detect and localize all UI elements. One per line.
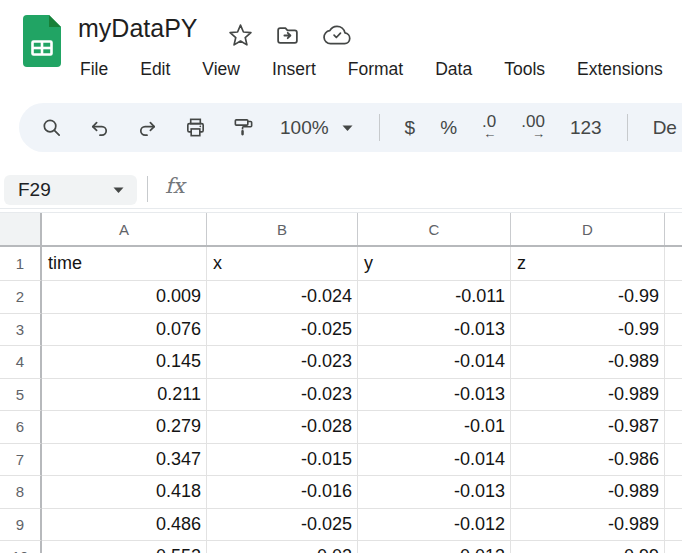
cell-D5[interactable]: -0.989: [511, 379, 665, 412]
menu-view[interactable]: View: [186, 56, 256, 83]
cell-C2[interactable]: -0.011: [358, 281, 511, 314]
sheets-logo-icon[interactable]: [23, 15, 61, 67]
cell-E1[interactable]: [665, 247, 682, 281]
cell-A3[interactable]: 0.076: [42, 314, 207, 347]
decrease-decimal-button[interactable]: .0 ←: [482, 114, 496, 141]
cell-B2[interactable]: -0.024: [207, 281, 358, 314]
cell-E9[interactable]: [665, 509, 682, 542]
format-currency-button[interactable]: $: [405, 117, 416, 139]
cell-C9[interactable]: -0.012: [358, 509, 511, 542]
row-header-1[interactable]: 1: [0, 247, 42, 281]
cell-D3[interactable]: -0.99: [511, 314, 665, 347]
cell-A5[interactable]: 0.211: [42, 379, 207, 412]
font-family-selector[interactable]: De: [653, 117, 677, 139]
cell-C1[interactable]: y: [358, 247, 511, 281]
cell-C5[interactable]: -0.013: [358, 379, 511, 412]
toolbar: 100% $ % .0 ← .00 → 123 De: [19, 103, 682, 152]
cell-A4[interactable]: 0.145: [42, 346, 207, 379]
cell-D10[interactable]: -0.99: [511, 541, 665, 553]
row-header-2[interactable]: 2: [0, 281, 42, 314]
cell-B7[interactable]: -0.015: [207, 444, 358, 477]
cell-E3[interactable]: [665, 314, 682, 347]
search-icon[interactable]: [40, 116, 63, 139]
row-header-7[interactable]: 7: [0, 444, 42, 477]
cell-B3[interactable]: -0.025: [207, 314, 358, 347]
cell-B1[interactable]: x: [207, 247, 358, 281]
menu-file[interactable]: File: [64, 56, 124, 83]
row-header-8[interactable]: 8: [0, 476, 42, 509]
column-header-B[interactable]: B: [207, 213, 358, 245]
cell-A10[interactable]: 0.552: [42, 541, 207, 553]
cell-E2[interactable]: [665, 281, 682, 314]
row-header-3[interactable]: 3: [0, 314, 42, 347]
menu-edit[interactable]: Edit: [124, 56, 186, 83]
name-box-value: F29: [4, 179, 112, 201]
undo-icon[interactable]: [88, 116, 111, 139]
cell-B10[interactable]: -0.02: [207, 541, 358, 553]
cell-B9[interactable]: -0.025: [207, 509, 358, 542]
row-header-9[interactable]: 9: [0, 509, 42, 542]
row-header-10[interactable]: 10: [0, 541, 42, 553]
cell-E10[interactable]: [665, 541, 682, 553]
cell-C7[interactable]: -0.014: [358, 444, 511, 477]
document-title[interactable]: myDataPY: [78, 14, 197, 43]
cell-D1[interactable]: z: [511, 247, 665, 281]
column-header-C[interactable]: C: [358, 213, 511, 245]
cell-A1[interactable]: time: [42, 247, 207, 281]
name-box[interactable]: F29: [4, 175, 137, 205]
cell-A9[interactable]: 0.486: [42, 509, 207, 542]
fx-icon[interactable]: fx: [165, 174, 185, 198]
cell-D9[interactable]: -0.989: [511, 509, 665, 542]
cell-C8[interactable]: -0.013: [358, 476, 511, 509]
menu-insert[interactable]: Insert: [256, 56, 332, 83]
increase-decimal-button[interactable]: .00 →: [521, 114, 545, 141]
redo-icon[interactable]: [136, 116, 159, 139]
cell-A7[interactable]: 0.347: [42, 444, 207, 477]
cell-A6[interactable]: 0.279: [42, 411, 207, 444]
cell-D7[interactable]: -0.986: [511, 444, 665, 477]
star-icon[interactable]: [228, 23, 253, 48]
toolbar-separator: [379, 114, 380, 141]
paint-format-icon[interactable]: [232, 116, 255, 139]
sheet-row-5: 50.211-0.023-0.013-0.989: [0, 379, 682, 412]
cell-E7[interactable]: [665, 444, 682, 477]
column-header-E-partial[interactable]: [665, 213, 682, 245]
cell-A2[interactable]: 0.009: [42, 281, 207, 314]
cell-E6[interactable]: [665, 411, 682, 444]
number-format-button[interactable]: 123: [570, 117, 602, 139]
menu-extensions[interactable]: Extensions: [561, 56, 679, 83]
cell-B5[interactable]: -0.023: [207, 379, 358, 412]
cell-C10[interactable]: -0.013: [358, 541, 511, 553]
sheet-grid: A B C D 1timexyz20.009-0.024-0.011-0.993…: [0, 212, 682, 553]
cell-E5[interactable]: [665, 379, 682, 412]
cell-D2[interactable]: -0.99: [511, 281, 665, 314]
cell-B4[interactable]: -0.023: [207, 346, 358, 379]
menu-data[interactable]: Data: [419, 56, 488, 83]
cell-C6[interactable]: -0.01: [358, 411, 511, 444]
row-header-6[interactable]: 6: [0, 411, 42, 444]
menu-format[interactable]: Format: [332, 56, 419, 83]
row-header-5[interactable]: 5: [0, 379, 42, 412]
cell-D8[interactable]: -0.989: [511, 476, 665, 509]
cell-C4[interactable]: -0.014: [358, 346, 511, 379]
cell-A8[interactable]: 0.418: [42, 476, 207, 509]
cell-E8[interactable]: [665, 476, 682, 509]
print-icon[interactable]: [184, 116, 207, 139]
cell-C3[interactable]: -0.013: [358, 314, 511, 347]
topbar: myDataPY File Edit View Insert Format Da…: [0, 0, 682, 100]
select-all-corner[interactable]: [0, 213, 42, 245]
sheet-row-10: 100.552-0.02-0.013-0.99: [0, 541, 682, 553]
row-header-4[interactable]: 4: [0, 346, 42, 379]
format-percent-button[interactable]: %: [440, 117, 457, 139]
menu-tools[interactable]: Tools: [488, 56, 561, 83]
cell-D6[interactable]: -0.987: [511, 411, 665, 444]
cell-E4[interactable]: [665, 346, 682, 379]
cell-B6[interactable]: -0.028: [207, 411, 358, 444]
cell-B8[interactable]: -0.016: [207, 476, 358, 509]
column-header-D[interactable]: D: [511, 213, 665, 245]
zoom-control[interactable]: 100%: [280, 117, 354, 139]
move-to-folder-icon[interactable]: [274, 23, 301, 48]
cell-D4[interactable]: -0.989: [511, 346, 665, 379]
cloud-saved-icon[interactable]: [322, 22, 352, 48]
column-header-A[interactable]: A: [42, 213, 207, 245]
